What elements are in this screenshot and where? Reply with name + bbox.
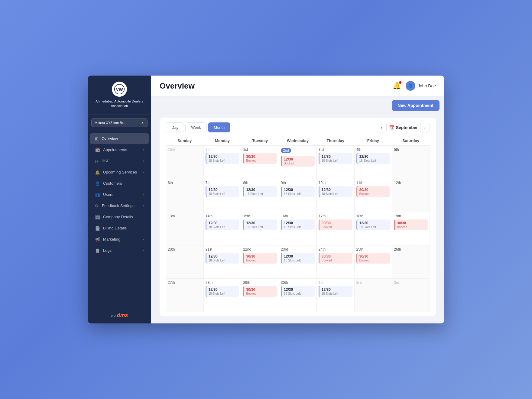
slot-card[interactable]: 12/30 18 Slots Left [356,153,390,164]
users-chevron-icon: › [143,193,144,196]
calendar-cell[interactable]: 22nd 30/30 Booked [241,245,279,279]
calendar-cell[interactable]: 12th [392,179,430,212]
calendar-cell[interactable]: 16th 12/30 18 Slots Left [279,212,317,245]
calendar-cell[interactable]: 29th [166,146,204,179]
slot-number: 30/30 [359,188,388,192]
slot-card[interactable]: 12/30 18 Slots Left [281,219,315,230]
calendar-toolbar: Day Week Month ‹ 📅 September › [166,122,430,132]
slot-card[interactable]: 12/30 18 Slots Left [319,153,352,164]
cell-date-label: 19th [394,214,428,218]
calendar-cell[interactable]: 26th [392,245,430,279]
sidebar-item-customers[interactable]: 👤 Customers [90,178,149,189]
calendar-cell[interactable]: 15th 12/30 18 Slots Left [241,212,279,245]
slot-card[interactable]: 12/30 18 Slots Left [281,286,315,297]
day-view-button[interactable]: Day [166,122,184,132]
prev-month-button[interactable]: ‹ [377,123,387,132]
calendar-cell[interactable]: 2nd 12/30 Booked [279,146,317,179]
week-view-button[interactable]: Week [185,122,207,132]
calendar-cell[interactable]: 19th 30/30 Booked [392,212,430,245]
slot-card[interactable]: 12/30 18 Slots Left [281,186,315,197]
calendar-cell[interactable]: 6th [166,179,204,212]
sidebar-item-users[interactable]: 👥 Users › [90,189,149,200]
slot-status: 18 Slots Left [209,259,237,262]
sidebar-item-upcoming-services[interactable]: 🔔 Upcoming Services › [90,167,149,178]
sidebar-item-overview[interactable]: ⊞ Overview [90,133,149,144]
slot-card[interactable]: 30/30 Booked [356,253,390,264]
calendar-cell[interactable]: 3rd 12/30 18 Slots Left [316,146,354,179]
user-profile[interactable]: 👤 John Doe [406,81,436,91]
slot-card[interactable]: 12/30 18 Slots Left [243,219,277,230]
branch-selector[interactable]: Motera XYZ Imn Br... ▼ [91,118,148,127]
calendar-cell[interactable]: 7th 12/30 18 Slots Left [203,179,241,212]
slot-number: 30/30 [246,154,275,159]
overview-label: Overview [102,136,118,141]
sidebar-item-logs[interactable]: 📋 Logs › [90,245,149,256]
sidebar-item-appointments[interactable]: 📅 Appointments › [90,144,149,155]
branch-label: Motera XYZ Imn Br... [95,121,126,125]
slot-status: 18 Slots Left [209,225,237,229]
calendar-cell[interactable]: 30th 12/30 18 Slots Left [203,146,241,179]
slot-card[interactable]: 30/30 Booked [356,186,390,197]
slot-card[interactable]: 12/30 18 Slots Left [356,219,390,230]
calendar-cell[interactable]: 14th 12/30 18 Slots Left [203,212,241,245]
calendar-cell[interactable]: 4th 12/30 18 Slots Left [354,146,392,179]
cell-date-label: 6th [168,181,202,185]
calendar-cell[interactable]: 2nd [354,279,392,312]
slot-card[interactable]: 30/30 Booked [319,253,352,264]
calendar-cell[interactable]: 21st 12/30 18 Slots Left [203,245,241,279]
calendar-cell[interactable]: 29th 30/30 Booked [241,279,279,312]
slot-card[interactable]: 30/30 Booked [243,153,277,164]
notification-bell[interactable]: 🔔 [393,82,401,90]
slot-card[interactable]: 12/30 18 Slots Left [206,186,239,197]
calendar-cell[interactable]: 24th 30/30 Booked [316,245,354,279]
slot-card[interactable]: 12/30 18 Slots Left [206,153,239,164]
calendar-cell[interactable]: 25th 30/30 Booked [354,245,392,279]
sidebar-item-feedback-settings[interactable]: ⚙ Feedback Settings › [90,200,149,211]
sidebar-item-marketing[interactable]: 📢 Marketing › [90,234,149,245]
slot-card[interactable]: 12/30 18 Slots Left [206,286,239,297]
slot-status: Booked [359,192,388,196]
calendar-cell[interactable]: 9th 12/30 18 Slots Left [279,179,317,212]
brand-logo: pro dms [92,312,146,319]
month-view-button[interactable]: Month [208,122,230,132]
calendar-cell[interactable]: 23rd 12/30 18 Slots Left [279,245,317,279]
sidebar-item-company-details[interactable]: 🏢 Company Details [90,212,149,222]
upcoming-services-chevron-icon: › [143,170,144,174]
calendar-cell[interactable]: 27th [166,279,204,312]
slot-card[interactable]: 12/30 Booked [281,156,315,167]
calendar-cell[interactable]: 18th 12/30 18 Slots Left [354,212,392,245]
calendar-cell[interactable]: 13th [166,212,204,245]
next-month-button[interactable]: › [420,123,430,132]
calendar-cell[interactable]: 1st 30/30 Booked [241,146,279,179]
calendar-cell[interactable]: 5th [392,146,430,179]
feedback-settings-chevron-icon: › [143,204,144,207]
calendar-cell[interactable]: 10th 12/30 18 Slots Left [316,179,354,212]
slot-card[interactable]: 12/30 18 Slots Left [281,253,315,264]
calendar-cell[interactable]: 17th 30/30 Booked [316,212,354,245]
slot-status: 18 Slots Left [284,225,313,229]
calendar-cell[interactable]: 11th 30/30 Booked [354,179,392,212]
cell-date-label: 13th [168,214,202,218]
calendar-cell[interactable]: 30th 12/30 18 Slots Left [279,279,317,312]
calendar-cell[interactable]: 20th [166,245,204,279]
marketing-chevron-icon: › [143,238,144,241]
slot-card[interactable]: 30/30 Booked [243,253,277,264]
slot-number: 12/30 [359,154,388,159]
sidebar-item-billing-details[interactable]: 📄 Billing Details [90,223,149,234]
new-appointment-button[interactable]: New Appointment [392,100,440,111]
slot-card[interactable]: 12/30 18 Slots Left [319,186,352,197]
slot-card[interactable]: 30/30 Booked [319,219,352,230]
slot-card[interactable]: 12/30 18 Slots Left [206,253,239,264]
slot-card[interactable]: 30/30 Booked [394,219,428,230]
calendar-cell[interactable]: 8th 12/30 18 Slots Left [241,179,279,212]
calendar-cell[interactable]: 28th 12/30 18 Slots Left [203,279,241,312]
slot-card[interactable]: 30/30 Booked [243,286,277,297]
slot-number: 12/30 [209,188,237,192]
slot-card[interactable]: 12/30 18 Slots Left [206,219,239,230]
calendar-cell[interactable]: 3rd [392,279,430,312]
slot-card[interactable]: 12/30 18 Slots Left [243,186,277,197]
slot-status: Booked [246,292,275,295]
slot-card[interactable]: 12/30 18 Slots Left [319,286,352,297]
calendar-cell[interactable]: 1st 12/30 18 Slots Left [316,279,354,312]
sidebar-item-psf[interactable]: ◎ PSF › [90,156,149,167]
